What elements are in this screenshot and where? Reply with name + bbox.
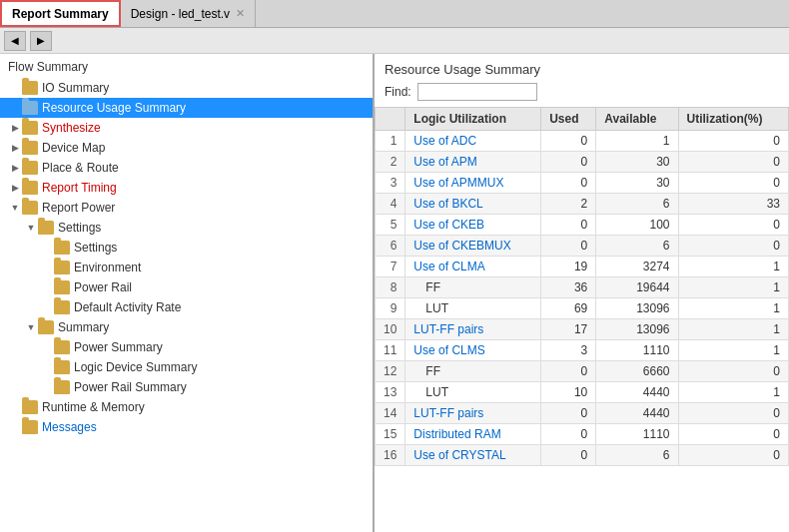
cell-num: 9 (376, 298, 405, 319)
folder-icon (54, 360, 70, 374)
back-button[interactable]: ◀ (4, 31, 26, 51)
table-row: 10LUT-FF pairs17130961 (376, 319, 789, 340)
cell-used: 3 (541, 340, 596, 361)
cell-used: 0 (541, 131, 596, 152)
tree-item-power-rail[interactable]: Power Rail (0, 277, 373, 297)
cell-utilization: 1 (678, 257, 789, 277)
tree-item-label: Logic Device Summary (74, 360, 197, 374)
tab-design-label: Design - led_test.v (131, 7, 230, 21)
table-row: 4Use of BKCL2633 (376, 194, 789, 215)
cell-utilization: 0 (678, 361, 789, 382)
cell-used: 0 (541, 152, 596, 173)
folder-icon (54, 280, 70, 294)
tree-item-power-summary[interactable]: Power Summary (0, 337, 373, 357)
tree-item-label: Place & Route (42, 161, 119, 175)
tab-design[interactable]: Design - led_test.v ✕ (121, 0, 256, 27)
tree-item-label: Summary (58, 320, 109, 334)
folder-icon (22, 101, 38, 115)
tree-item-report-power[interactable]: ▼Report Power (0, 198, 373, 218)
cell-num: 2 (376, 152, 405, 173)
cell-name: Use of BKCL (405, 194, 541, 215)
cell-num: 12 (376, 361, 405, 382)
table-row: 1Use of ADC010 (376, 131, 789, 152)
main-layout: Flow Summary IO SummaryResource Usage Su… (0, 54, 789, 532)
tab-report-summary[interactable]: Report Summary (0, 0, 121, 27)
tree-item-summary-group[interactable]: ▼Summary (0, 317, 373, 337)
table-row: 15Distributed RAM011100 (376, 424, 789, 445)
tree-item-report-timing[interactable]: ▶Report Timing (0, 178, 373, 198)
folder-icon (22, 181, 38, 195)
cell-num: 10 (376, 319, 405, 340)
cell-available: 1110 (596, 340, 678, 361)
cell-utilization: 0 (678, 173, 789, 194)
table-row: 8FF36196441 (376, 277, 789, 298)
cell-utilization: 1 (678, 382, 789, 403)
cell-num: 16 (376, 445, 405, 466)
cell-num: 14 (376, 403, 405, 424)
cell-name: Use of APMMUX (405, 173, 541, 194)
col-available: Available (596, 108, 678, 131)
cell-available: 1110 (596, 424, 678, 445)
cell-utilization: 1 (678, 340, 789, 361)
tree-arrow: ▶ (8, 143, 22, 153)
tree-item-label: Settings (74, 241, 117, 255)
cell-utilization: 0 (678, 236, 789, 257)
tree-item-environment[interactable]: Environment (0, 258, 373, 277)
cell-available: 19644 (596, 277, 678, 298)
col-used: Used (541, 108, 596, 131)
col-utilization: Utilization(%) (678, 108, 789, 131)
cell-utilization: 0 (678, 131, 789, 152)
tree-item-settings[interactable]: Settings (0, 238, 373, 258)
col-num (376, 108, 405, 131)
cell-num: 11 (376, 340, 405, 361)
close-icon[interactable]: ✕ (236, 7, 245, 20)
folder-icon (22, 161, 38, 175)
tree-item-label: Device Map (42, 141, 105, 155)
tree-item-place-route[interactable]: ▶Place & Route (0, 158, 373, 178)
tree-item-label: Report Timing (42, 181, 117, 195)
tree-item-runtime-memory[interactable]: Runtime & Memory (0, 397, 373, 417)
cell-used: 19 (541, 257, 596, 277)
tree-item-label: Power Rail (74, 280, 132, 294)
tree-container: IO SummaryResource Usage Summary▶Synthes… (0, 78, 373, 437)
cell-name: Use of CLMA (405, 257, 541, 277)
cell-utilization: 0 (678, 152, 789, 173)
cell-used: 10 (541, 382, 596, 403)
cell-num: 13 (376, 382, 405, 403)
tree-item-power-rail-summary[interactable]: Power Rail Summary (0, 377, 373, 397)
right-panel: Resource Usage Summary Find: Logic Utili… (375, 54, 789, 532)
tree-item-resource-usage-summary[interactable]: Resource Usage Summary (0, 98, 373, 118)
tree-item-device-map[interactable]: ▶Device Map (0, 138, 373, 158)
forward-button[interactable]: ▶ (30, 31, 52, 51)
tree-arrow: ▶ (8, 163, 22, 173)
tree-arrow: ▼ (8, 203, 22, 213)
cell-utilization: 0 (678, 445, 789, 466)
table-row: 7Use of CLMA1932741 (376, 257, 789, 277)
cell-available: 30 (596, 173, 678, 194)
cell-used: 0 (541, 236, 596, 257)
find-input[interactable] (417, 83, 537, 101)
tree-item-logic-device-summary[interactable]: Logic Device Summary (0, 357, 373, 377)
tree-item-settings-group[interactable]: ▼Settings (0, 218, 373, 238)
cell-name: FF (405, 277, 541, 298)
cell-available: 6660 (596, 361, 678, 382)
table-header: Logic Utilization Used Available Utiliza… (376, 108, 789, 131)
cell-used: 0 (541, 215, 596, 236)
cell-used: 2 (541, 194, 596, 215)
cell-utilization: 33 (678, 194, 789, 215)
cell-available: 6 (596, 236, 678, 257)
cell-utilization: 0 (678, 403, 789, 424)
find-label: Find: (385, 85, 411, 99)
tree-arrow: ▼ (24, 223, 38, 233)
folder-icon (54, 241, 70, 255)
cell-available: 6 (596, 194, 678, 215)
tree-item-messages[interactable]: Messages (0, 417, 373, 437)
cell-available: 13096 (596, 319, 678, 340)
tree-item-synthesize[interactable]: ▶Synthesize (0, 118, 373, 138)
tree-item-default-activity-rate[interactable]: Default Activity Rate (0, 297, 373, 317)
table-body: 1Use of ADC0102Use of APM03003Use of APM… (376, 131, 789, 466)
cell-used: 0 (541, 361, 596, 382)
cell-name: Distributed RAM (405, 424, 541, 445)
tree-item-io-summary[interactable]: IO Summary (0, 78, 373, 98)
cell-num: 7 (376, 257, 405, 277)
